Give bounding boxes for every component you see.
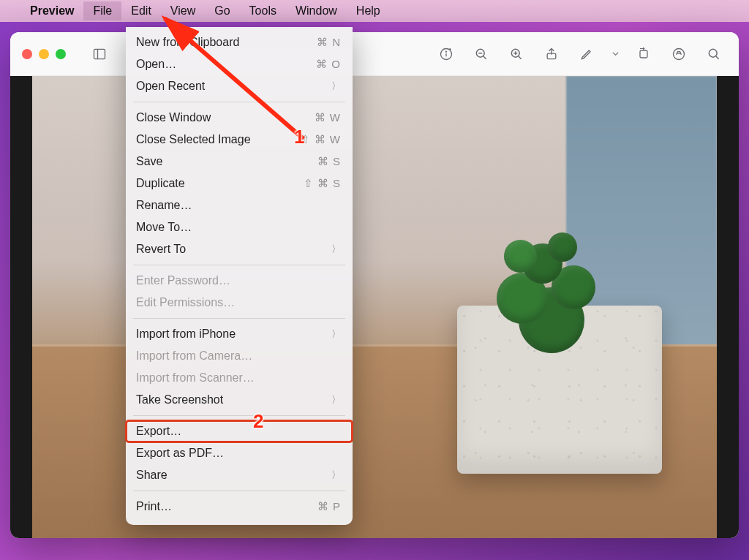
menu-separator [133, 491, 345, 491]
menu-item-label: Close Selected Image [136, 133, 301, 146]
svg-rect-0 [94, 49, 105, 58]
menu-separator [133, 318, 345, 319]
sidebar-toggle-button[interactable] [86, 41, 113, 67]
menu-item-label: Import from Camera… [136, 349, 341, 363]
menu-item-shortcut: ⌘ O [316, 58, 341, 71]
zoom-out-button[interactable] [468, 41, 494, 67]
menubar-go[interactable]: Go [205, 1, 239, 20]
svg-line-9 [519, 56, 522, 58]
menu-item-import-from-camera: Import from Camera… [126, 345, 353, 367]
menu-item-import-from-scanner: Import from Scanner… [126, 367, 353, 389]
menu-item-close-window[interactable]: Close Window⌘ W [126, 107, 353, 129]
menubar-window[interactable]: Window [286, 1, 347, 20]
menu-item-save[interactable]: Save⌘ S [126, 151, 353, 173]
menu-item-shortcut: ⇧ ⌘ S [304, 177, 341, 190]
menu-item-take-screenshot[interactable]: Take Screenshot〉 [126, 389, 353, 411]
chevron-right-icon: 〉 [331, 80, 341, 93]
menu-item-label: Rename… [136, 199, 341, 212]
menubar-tools[interactable]: Tools [240, 1, 286, 20]
search-button[interactable] [701, 41, 727, 67]
menu-item-label: New from Clipboard [136, 36, 317, 49]
menu-separator [133, 102, 345, 102]
markup-dropdown-chevron[interactable] [609, 50, 622, 58]
menu-item-open-recent[interactable]: Open Recent〉 [126, 75, 353, 97]
svg-point-15 [709, 49, 717, 57]
menu-item-revert-to[interactable]: Revert To〉 [126, 238, 353, 260]
zoom-in-button[interactable] [503, 41, 530, 67]
menu-item-label: Open… [136, 58, 316, 71]
toolbar [10, 32, 739, 76]
menu-item-label: Print… [136, 500, 317, 513]
chevron-right-icon: 〉 [331, 243, 341, 256]
menubar-app[interactable]: Preview [20, 1, 83, 20]
menu-item-label: Close Window [136, 111, 315, 124]
menu-item-rename[interactable]: Rename… [126, 194, 353, 216]
image-canvas [10, 76, 739, 538]
share-button[interactable] [538, 41, 565, 67]
menu-item-shortcut: ⌘ S [317, 155, 341, 168]
menu-item-duplicate[interactable]: Duplicate⇧ ⌘ S [126, 173, 353, 194]
svg-line-6 [483, 56, 486, 58]
menu-item-label: Save [136, 155, 317, 168]
menu-item-label: Edit Permissions… [136, 296, 341, 309]
menu-item-label: Share [136, 469, 331, 482]
menubar-file[interactable]: File [83, 1, 121, 20]
close-window-button[interactable] [22, 49, 32, 59]
menu-item-shortcut: ⌘ N [317, 36, 341, 49]
menu-item-label: Import from iPhone [136, 328, 331, 341]
menu-item-label: Duplicate [136, 177, 304, 190]
menu-item-label: Export… [136, 425, 341, 438]
menu-separator [133, 265, 345, 265]
svg-line-16 [716, 56, 719, 58]
menu-item-close-selected-image[interactable]: Close Selected Image⇧ ⌘ W [126, 129, 353, 151]
menu-item-label: Revert To [136, 243, 331, 256]
highlight-button[interactable] [666, 41, 692, 67]
menu-item-edit-permissions: Edit Permissions… [126, 292, 353, 314]
menu-item-export[interactable]: Export… [126, 420, 353, 442]
menubar-view[interactable]: View [161, 1, 205, 20]
menu-item-shortcut: ⇧ ⌘ W [301, 133, 342, 146]
menu-item-label: Open Recent [136, 80, 331, 93]
menu-item-new-from-clipboard[interactable]: New from Clipboard⌘ N [126, 31, 353, 53]
svg-rect-13 [640, 50, 647, 58]
menu-item-label: Import from Scanner… [136, 371, 341, 385]
menu-item-shortcut: ⌘ W [315, 111, 341, 124]
menu-item-label: Move To… [136, 221, 341, 234]
chevron-right-icon: 〉 [331, 393, 341, 406]
info-button[interactable] [433, 41, 459, 67]
menu-item-shortcut: ⌘ P [317, 500, 341, 513]
fullscreen-window-button[interactable] [56, 49, 66, 59]
menubar: Preview File Edit View Go Tools Window H… [0, 0, 749, 22]
chevron-right-icon: 〉 [331, 469, 341, 482]
markup-button[interactable] [573, 41, 600, 67]
chevron-right-icon: 〉 [331, 328, 341, 341]
menu-item-export-as-pdf[interactable]: Export as PDF… [126, 442, 353, 464]
rotate-button[interactable] [631, 41, 657, 67]
menu-item-label: Enter Password… [136, 274, 341, 287]
menubar-help[interactable]: Help [347, 1, 390, 20]
menu-item-label: Export as PDF… [136, 447, 341, 460]
menu-item-enter-password: Enter Password… [126, 270, 353, 292]
preview-window [10, 32, 739, 538]
file-menu-dropdown: New from Clipboard⌘ NOpen…⌘ OOpen Recent… [126, 27, 353, 525]
menu-item-move-to[interactable]: Move To… [126, 216, 353, 238]
svg-point-14 [674, 48, 685, 59]
menu-item-print[interactable]: Print…⌘ P [126, 496, 353, 518]
svg-point-4 [446, 51, 447, 52]
menu-item-share[interactable]: Share〉 [126, 464, 353, 486]
menubar-edit[interactable]: Edit [121, 1, 161, 20]
minimize-window-button[interactable] [39, 49, 49, 59]
menu-separator [133, 415, 345, 416]
window-controls [22, 49, 66, 59]
menu-item-open[interactable]: Open…⌘ O [126, 53, 353, 75]
menu-item-import-from-iphone[interactable]: Import from iPhone〉 [126, 323, 353, 345]
menu-item-label: Take Screenshot [136, 393, 331, 406]
